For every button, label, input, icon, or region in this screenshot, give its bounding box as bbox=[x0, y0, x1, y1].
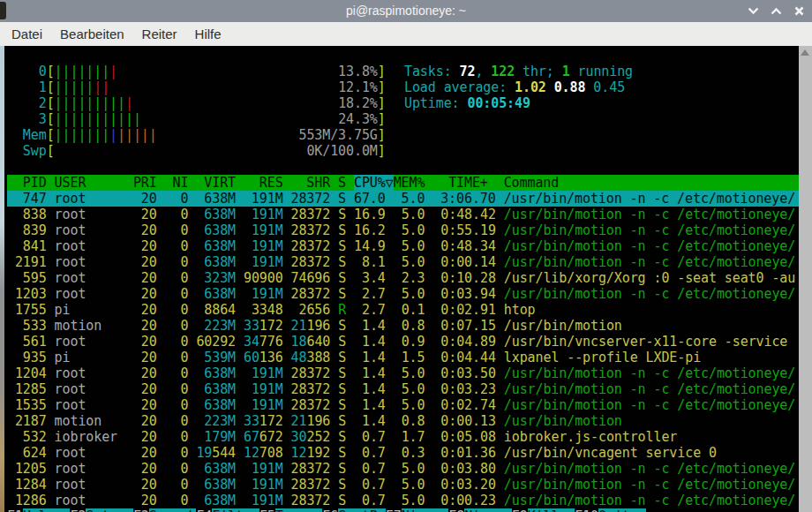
process-row-1284[interactable]: 1284 root 20 0 638M 191M 28372 S 0.7 5.0… bbox=[7, 477, 799, 493]
menubar: Datei Bearbeiten Reiter Hilfe bbox=[0, 22, 812, 46]
scroll-up-icon[interactable] bbox=[801, 49, 809, 56]
process-row-595[interactable]: 595 root 20 0 323M 90900 74696 S 3.4 2.3… bbox=[7, 270, 799, 286]
menu-item-reiter[interactable]: Reiter bbox=[142, 26, 177, 41]
htop-stats: Tasks: 72, 122 thr; 1 runningLoad averag… bbox=[404, 64, 633, 111]
process-row-532[interactable]: 532 iobroker 20 0 179M 67672 30252 S 0.7… bbox=[7, 429, 799, 445]
process-row-1205[interactable]: 1205 root 20 0 638M 191M 28372 S 0.7 5.0… bbox=[7, 461, 799, 477]
blank-line bbox=[7, 159, 799, 175]
menu-item-bearbeiten[interactable]: Bearbeiten bbox=[60, 26, 124, 41]
process-row-935[interactable]: 935 pi 20 0 539M 60136 48388 S 1.4 1.5 0… bbox=[7, 350, 799, 365]
process-row-1755[interactable]: 1755 pi 20 0 8864 3348 2656 R 2.7 0.1 0:… bbox=[7, 302, 799, 318]
process-row-838[interactable]: 838 root 20 0 638M 191M 28372 S 16.9 5.0… bbox=[7, 207, 799, 222]
process-row-841[interactable]: 841 root 20 0 638M 191M 28372 S 14.9 5.0… bbox=[7, 238, 799, 254]
process-row-624[interactable]: 624 root 20 0 19544 12708 12192 S 0.7 0.… bbox=[7, 445, 799, 461]
window-icon bbox=[0, 2, 6, 19]
cpu-meter-3: 3[||||||||||| 24.3%] bbox=[7, 111, 799, 127]
process-row-839[interactable]: 839 root 20 0 638M 191M 28372 S 16.2 5.0… bbox=[7, 222, 799, 238]
window-title: pi@raspimotioneye: ~ bbox=[0, 0, 812, 22]
terminal[interactable]: 0[|||||||| 13.8%] 1[||||||| 12.1%] 2[|||… bbox=[0, 46, 812, 512]
table-header[interactable]: PID USER PRI NI VIRT RES SHR S CPU%▽MEM%… bbox=[7, 175, 799, 191]
process-row-1204[interactable]: 1204 root 20 0 638M 191M 28372 S 1.4 5.0… bbox=[7, 365, 799, 381]
process-row-747[interactable]: 747 root 20 0 638M 191M 28372 S 67.0 5.0… bbox=[7, 191, 799, 207]
close-button[interactable] bbox=[793, 5, 805, 17]
process-row-561[interactable]: 561 root 20 0 60292 34776 18640 S 1.4 0.… bbox=[7, 334, 799, 350]
cpu-meter-0: 0[|||||||| 13.8%] bbox=[7, 64, 799, 79]
process-row-1203[interactable]: 1203 root 20 0 638M 191M 28372 S 2.7 5.0… bbox=[7, 286, 799, 302]
process-row-2187[interactable]: 2187 motion 20 0 223M 33172 21196 S 1.4 … bbox=[7, 413, 799, 429]
swap-meter: Swp[ 0K/100.0M] bbox=[7, 143, 799, 159]
window-controls bbox=[748, 0, 805, 22]
uptime: Uptime: 00:05:49 bbox=[404, 95, 633, 111]
minimize-button[interactable] bbox=[748, 5, 759, 17]
menu-item-datei[interactable]: Datei bbox=[11, 26, 42, 41]
process-row-2191[interactable]: 2191 root 20 0 638M 191M 28372 S 8.1 5.0… bbox=[7, 254, 799, 270]
scrollbar[interactable] bbox=[799, 46, 812, 512]
memory-meter: Mem[||||||||||||| 553M/3.75G] bbox=[7, 127, 799, 143]
process-row-533[interactable]: 533 motion 20 0 223M 33172 21196 S 1.4 0… bbox=[7, 318, 799, 334]
maximize-button[interactable] bbox=[771, 5, 782, 17]
function-key-bar[interactable]: F1Help F2Setup F3SearchF4FilterF5Tree F6… bbox=[7, 508, 799, 512]
wallpaper-edge bbox=[0, 46, 4, 512]
cpu-meter-2: 2[|||||||||| 18.2%] bbox=[7, 95, 799, 111]
titlebar: pi@raspimotioneye: ~ bbox=[0, 0, 812, 22]
menu-item-hilfe[interactable]: Hilfe bbox=[195, 26, 222, 41]
cpu-meter-1: 1[||||||| 12.1%] bbox=[7, 79, 799, 95]
htop-screen: 0[|||||||| 13.8%] 1[||||||| 12.1%] 2[|||… bbox=[7, 64, 799, 512]
tasks-summary: Tasks: 72, 122 thr; 1 running bbox=[404, 64, 633, 79]
process-row-1285[interactable]: 1285 root 20 0 638M 191M 28372 S 1.4 5.0… bbox=[7, 381, 799, 397]
load-average: Load average: 1.02 0.88 0.45 bbox=[404, 79, 633, 95]
process-row-1286[interactable]: 1286 root 20 0 638M 191M 28372 S 0.7 5.0… bbox=[7, 493, 799, 508]
process-row-1535[interactable]: 1535 root 20 0 638M 191M 28372 S 1.4 5.0… bbox=[7, 397, 799, 413]
